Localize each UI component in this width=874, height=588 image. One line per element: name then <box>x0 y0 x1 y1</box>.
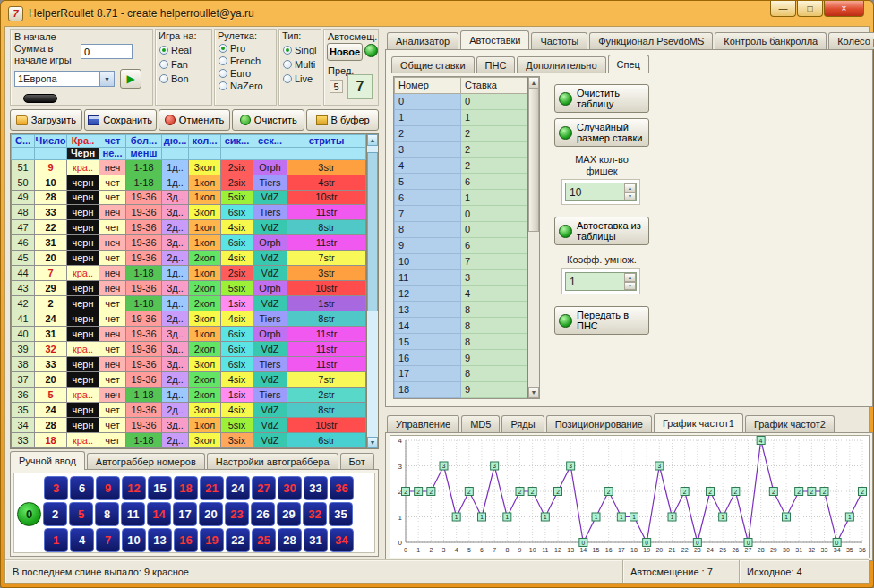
numpad-cell-0[interactable]: 0 <box>17 502 41 526</box>
spin-row[interactable]: 3833черннеч19-363д..3кол6sixTiers11str <box>12 357 366 372</box>
spin-row[interactable]: 365кра..неч1-181д..2кол1sixTiers2str <box>12 388 366 403</box>
spin-up-icon[interactable]: ▲ <box>624 183 636 192</box>
titlebar[interactable]: 7 HelperRoullet 8.71 - create helperroul… <box>1 1 873 26</box>
numpad-cell-12[interactable]: 12 <box>122 476 146 500</box>
chart-tabs-item-1[interactable]: MD5 <box>461 415 500 432</box>
left-tabs-item-3[interactable]: Бот <box>340 453 374 470</box>
numpad-cell-36[interactable]: 36 <box>330 476 354 500</box>
scroll-track[interactable] <box>528 89 539 387</box>
spin-row[interactable]: 4031черннеч19-363д..1кол6sixOrph11str <box>12 327 366 342</box>
bets-row[interactable]: 138 <box>395 302 527 318</box>
numpad-cell-8[interactable]: 8 <box>95 502 119 526</box>
radio-option[interactable]: Singl <box>283 45 321 55</box>
numpad-cell-17[interactable]: 17 <box>173 502 197 526</box>
spin-row[interactable]: 3720чернчет19-362д..2кол4sixVdZ7str <box>12 372 366 388</box>
bets-row[interactable]: 124 <box>395 285 527 302</box>
toolbar-undo-button[interactable]: Отменить <box>159 109 231 131</box>
chart-tabs-item-3[interactable]: Позиционирование <box>546 415 652 432</box>
radio-option[interactable]: NaZero <box>218 81 276 91</box>
numpad-cell-3[interactable]: 3 <box>44 476 68 500</box>
radio-option[interactable]: Multi <box>283 59 321 70</box>
main-tabs-item-3[interactable]: Функционал PsevdoMS <box>589 32 713 49</box>
spin-row[interactable]: 4928чернчет19-363д..1кол5sixVdZ10str <box>12 190 366 205</box>
radio-option[interactable]: French <box>218 55 276 66</box>
autoshift-icon[interactable] <box>364 44 378 57</box>
main-tabs-item-0[interactable]: Анализатор <box>387 32 458 49</box>
numpad-cell-22[interactable]: 22 <box>226 528 250 552</box>
max-chips-spinner[interactable]: 10 ▲ ▼ <box>565 183 637 201</box>
numpad-cell-30[interactable]: 30 <box>278 476 302 500</box>
numpad-cell-4[interactable]: 4 <box>70 528 94 552</box>
bets-row[interactable]: 178 <box>395 366 527 382</box>
radio-option[interactable]: Euro <box>218 68 276 79</box>
main-tabs-item-4[interactable]: Контроль банкролла <box>715 32 827 49</box>
spin-row[interactable]: 4631черннеч19-363д..1кол6sixOrph11str <box>12 235 366 251</box>
random-stake-button[interactable]: Случайный размер ставки <box>554 118 649 147</box>
toolbar-clipboard-button[interactable]: В буфер <box>306 109 379 131</box>
bets-row[interactable]: 169 <box>395 350 527 366</box>
left-tabs-item-2[interactable]: Настройки автограббера <box>207 453 338 470</box>
spin-row[interactable]: 519кра..неч1-181д..3кол2sixOrph3str <box>12 159 366 175</box>
bets-row[interactable]: 32 <box>395 141 527 158</box>
bets-row[interactable]: 22 <box>395 125 527 141</box>
bets-row[interactable]: 61 <box>395 190 527 206</box>
spin-row[interactable]: 4520чернчет19-362д..2кол4sixVdZ7str <box>12 251 366 266</box>
numpad-cell-16[interactable]: 16 <box>174 528 198 552</box>
numpad-cell-32[interactable]: 32 <box>303 502 327 526</box>
bets-row[interactable]: 11 <box>395 109 527 125</box>
spin-row[interactable]: 4329черннеч19-363д..2кол5sixOrph10str <box>12 281 366 296</box>
scroll-thumb[interactable] <box>528 89 539 232</box>
new-button[interactable]: Новое <box>327 43 363 61</box>
spin-row[interactable]: 5010чернчет1-181д..1кол2sixTiers4str <box>12 175 366 190</box>
clear-table-button[interactable]: Очистить таблицу <box>554 84 649 113</box>
spin-row[interactable]: 3524чернчет19-362д..3кол4sixVdZ8str <box>12 403 366 418</box>
sub-tabs-item-3[interactable]: Спец <box>608 55 649 73</box>
bets-row[interactable]: 80 <box>395 222 527 238</box>
numpad-cell-33[interactable]: 33 <box>304 476 328 500</box>
collapsed-pill-button[interactable] <box>23 94 57 103</box>
bets-row[interactable]: 113 <box>395 269 527 285</box>
play-button[interactable]: ▶ <box>120 69 141 89</box>
toolbar-open-folder-button[interactable]: Загрузить <box>10 109 82 131</box>
bets-row[interactable]: 70 <box>395 206 527 222</box>
chart-tabs-item-4[interactable]: График частот1 <box>654 413 743 432</box>
radio-option[interactable]: Fan <box>159 59 211 70</box>
numpad-cell-11[interactable]: 11 <box>121 502 145 526</box>
spin-down-icon[interactable]: ▼ <box>624 192 636 201</box>
left-tabs-item-0[interactable]: Ручной ввод <box>10 451 85 470</box>
numpad-cell-27[interactable]: 27 <box>252 476 276 500</box>
main-tabs-item-1[interactable]: Автоставки <box>460 30 529 49</box>
numpad-cell-7[interactable]: 7 <box>96 528 120 552</box>
bets-row[interactable]: 158 <box>395 334 527 350</box>
spin-row[interactable]: 4124чернчет19-362д..3кол4sixTiers8str <box>12 311 366 327</box>
numpad-cell-21[interactable]: 21 <box>200 476 224 500</box>
numpad-cell-13[interactable]: 13 <box>148 528 172 552</box>
bets-row[interactable]: 42 <box>395 158 527 174</box>
numpad-cell-14[interactable]: 14 <box>147 502 171 526</box>
bets-row[interactable]: 56 <box>395 174 527 190</box>
spin-row[interactable]: 3318кра..чет1-182д..3кол3sixVdZ6str <box>12 433 366 448</box>
bets-row[interactable]: 00 <box>395 93 527 109</box>
minimize-button[interactable]: — <box>770 1 796 17</box>
numpad-cell-23[interactable]: 23 <box>225 502 249 526</box>
spin-row[interactable]: 3932кра..чет19-363д..2кол6sixVdZ11str <box>12 342 366 357</box>
radio-option[interactable]: Real <box>159 45 211 55</box>
coeff-spinner[interactable]: 1 ▲ ▼ <box>565 272 637 291</box>
scroll-up-icon[interactable]: ▲ <box>367 134 378 146</box>
scroll-down-icon[interactable]: ▼ <box>528 387 539 398</box>
numpad-cell-28[interactable]: 28 <box>278 528 302 552</box>
close-button[interactable]: × <box>824 1 864 17</box>
numpad-cell-25[interactable]: 25 <box>252 528 276 552</box>
transfer-to-pns-button[interactable]: Передать в ПНС <box>554 306 649 335</box>
numpad-cell-20[interactable]: 20 <box>199 502 223 526</box>
numpad-cell-10[interactable]: 10 <box>122 528 146 552</box>
numpad-cell-2[interactable]: 2 <box>43 502 67 526</box>
numpad-cell-6[interactable]: 6 <box>70 476 94 500</box>
numpad-cell-31[interactable]: 31 <box>304 528 328 552</box>
spin-row[interactable]: 4833черннеч19-363д..3кол6sixTiers11str <box>12 205 366 220</box>
radio-option[interactable]: Pro <box>218 43 276 54</box>
chart-tabs-item-0[interactable]: Управление <box>387 415 459 432</box>
spin-row[interactable]: 447кра..неч1-181д..1кол2sixVdZ3str <box>12 266 366 281</box>
toolbar-clear-button[interactable]: Очистить <box>232 109 304 131</box>
sub-tabs-item-2[interactable]: Дополнительно <box>517 56 605 73</box>
